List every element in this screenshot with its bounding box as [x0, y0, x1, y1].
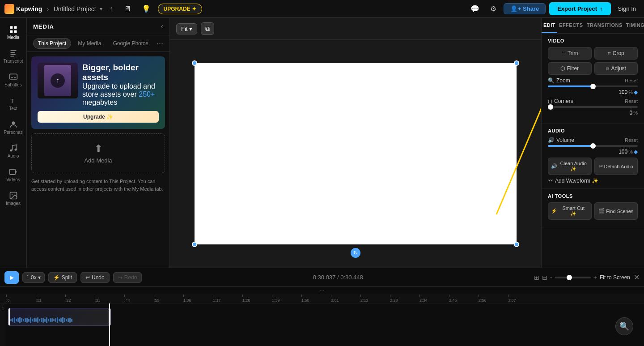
upload-icon: ⬆ — [94, 143, 102, 154]
timeline-time-display: 0:30.037 / 0:30.448 — [313, 274, 363, 281]
tab-timing[interactable]: TIMING — [624, 18, 644, 33]
audio-section-label: Audio — [548, 128, 638, 133]
zoom-tracks-button[interactable]: ⊞ — [534, 274, 539, 281]
zoom-slider-thumb[interactable] — [567, 275, 572, 280]
collapse-panel-button[interactable]: ‹ — [161, 22, 163, 30]
zoom-value-row: 100 % ◆ — [548, 89, 638, 95]
undo-button[interactable]: ↩ Undo — [80, 272, 110, 283]
ruler-mark: :55 — [154, 295, 183, 303]
tab-edit[interactable]: EDIT — [542, 18, 557, 33]
lightbulb-icon[interactable]: 💡 — [138, 3, 154, 15]
handle-top-left[interactable] — [192, 60, 197, 66]
share-upload-icon[interactable]: ↑ — [106, 3, 117, 15]
clip-end-handle[interactable] — [109, 308, 110, 325]
find-scenes-button[interactable]: 🎬 Find Scenes — [594, 202, 638, 220]
timeline-area: ▶ 1.0x ▾ ⚡ Split ↩ Undo ↪ Redo 0:30.037 … — [0, 268, 644, 346]
ruler-mark: :33 — [95, 295, 124, 303]
add-media-button[interactable]: ⬆ Add Media — [31, 133, 165, 173]
tab-transitions[interactable]: TRANSITIONS — [585, 18, 624, 33]
handle-bottom-left[interactable] — [192, 242, 197, 247]
filter-adjust-row: ⬡ Filter ⧈ Adjust — [548, 62, 638, 75]
chevron-down-icon: ▾ — [38, 274, 41, 281]
waveform-bar — [50, 318, 51, 322]
corners-slider-thumb[interactable] — [548, 104, 553, 110]
signin-button[interactable]: Sign In — [614, 4, 640, 14]
tab-effects[interactable]: EFFECTS — [557, 18, 585, 33]
waveform-bar — [46, 317, 47, 323]
sidebar-item-media[interactable]: Media — [1, 21, 25, 43]
project-title[interactable]: Untitled Project — [54, 5, 96, 13]
sidebar-item-subtitles[interactable]: Subtitles — [1, 69, 25, 91]
volume-slider-thumb[interactable] — [590, 143, 596, 149]
canvas-toolbar: Fit ▾ ⧉ — [170, 18, 541, 40]
zoom-slider-header: 🔍 Zoom Reset — [548, 77, 638, 84]
add-waveform-button[interactable]: 〰 Add Waveform ✨ — [548, 178, 598, 184]
ruler-mark: 1:06 — [183, 295, 213, 303]
sidebar-item-transcript[interactable]: Transcript — [1, 45, 25, 67]
sidebar-item-text[interactable]: T Text — [1, 93, 25, 115]
chevron-down-icon[interactable]: ▾ — [100, 6, 102, 12]
redo-button[interactable]: ↪ Redo — [113, 272, 142, 283]
upgrade-button[interactable]: UPGRADE ✦ — [158, 4, 202, 14]
copy-button[interactable]: ⧉ — [201, 22, 214, 35]
share-label: Share — [523, 5, 539, 12]
handle-top-right[interactable] — [514, 60, 519, 66]
tab-my-media[interactable]: My Media — [73, 38, 106, 49]
upgrade-cta-button[interactable]: Upgrade ✨ — [38, 111, 159, 123]
sidebar-item-personas[interactable]: Personas — [1, 116, 25, 138]
fit-tracks-button[interactable]: ⊟ — [542, 274, 547, 281]
canvas-wrapper[interactable]: ↻ — [170, 40, 541, 268]
comments-icon[interactable]: 💬 — [467, 3, 483, 15]
search-fab[interactable]: 🔍 — [615, 317, 633, 335]
tab-google-photos[interactable]: Google Photos — [108, 38, 153, 49]
zoom-value: 100 — [615, 89, 627, 95]
corners-slider-track[interactable] — [548, 106, 638, 108]
detach-audio-button[interactable]: ✂ Detach Audio — [594, 158, 638, 175]
zoom-keyframe-icon[interactable]: ◆ — [634, 89, 638, 95]
zoom-in-button[interactable]: + — [593, 274, 597, 281]
text-icon: T — [9, 96, 18, 105]
zoom-out-button[interactable]: - — [550, 274, 552, 281]
adjust-button[interactable]: ⧈ Adjust — [594, 62, 638, 75]
volume-reset[interactable]: Reset — [625, 137, 638, 143]
zoom-reset[interactable]: Reset — [625, 78, 638, 83]
filter-button[interactable]: ⬡ Filter — [548, 62, 592, 75]
timeline-toolbar: ▶ 1.0x ▾ ⚡ Split ↩ Undo ↪ Redo 0:30.037 … — [0, 268, 644, 287]
sidebar-item-videos[interactable]: Videos — [1, 164, 25, 186]
svg-point-12 — [12, 121, 15, 124]
sidebar-item-images[interactable]: Images — [1, 188, 25, 209]
zoom-slider-thumb[interactable] — [590, 84, 596, 89]
video-clip[interactable] — [8, 308, 111, 326]
speed-button[interactable]: 1.0x ▾ — [22, 272, 45, 283]
waveform-bar — [62, 317, 64, 323]
zoom-slider-fill — [548, 85, 593, 87]
monitor-icon[interactable]: 🖥 — [120, 3, 135, 15]
settings-icon[interactable]: ⚙ — [487, 3, 500, 15]
subtitles-icon — [9, 73, 18, 81]
zoom-slider[interactable] — [555, 277, 591, 278]
split-button[interactable]: ⚡ Split — [48, 272, 77, 283]
timeline-drag-handle[interactable]: ··· — [0, 287, 644, 294]
rotate-handle[interactable]: ↻ — [351, 248, 360, 258]
handle-bottom-right[interactable] — [514, 242, 519, 247]
export-button[interactable]: Export Project ↑ — [549, 2, 610, 15]
clean-audio-button[interactable]: 🔊 Clean Audio ✨ — [548, 158, 592, 175]
smart-cut-button[interactable]: ⚡ Smart Cut ✨ — [548, 202, 592, 220]
play-button[interactable]: ▶ — [4, 271, 19, 284]
grid-icon — [9, 25, 18, 34]
volume-keyframe-icon[interactable]: ◆ — [634, 149, 638, 155]
sidebar-item-audio[interactable]: Audio — [1, 140, 25, 162]
trim-button[interactable]: ⊢ Trim — [548, 47, 592, 60]
volume-slider-track[interactable] — [548, 145, 638, 147]
tab-this-project[interactable]: This Project — [33, 38, 71, 49]
corners-reset[interactable]: Reset — [625, 98, 638, 104]
more-options-button[interactable]: ··· — [157, 39, 163, 48]
zoom-slider-track[interactable] — [548, 85, 638, 87]
share-button[interactable]: 👤+ Share — [504, 3, 546, 14]
svg-text:T: T — [10, 98, 14, 104]
crop-button[interactable]: ⌗ Crop — [594, 47, 638, 60]
close-timeline-button[interactable]: ✕ — [634, 273, 640, 282]
fit-to-screen-button[interactable]: Fit to Screen — [600, 274, 630, 281]
fit-dropdown-button[interactable]: Fit ▾ — [176, 23, 197, 34]
redo-icon: ↪ — [118, 274, 123, 281]
